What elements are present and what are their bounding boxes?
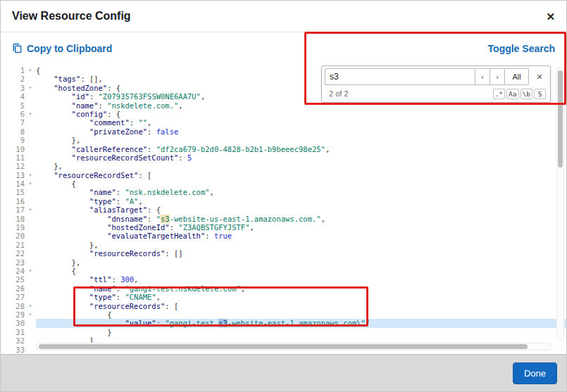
code-text: "type": "CNAME", bbox=[36, 293, 566, 301]
fold-spacer bbox=[25, 197, 36, 206]
search-input[interactable] bbox=[325, 68, 475, 85]
fold-spacer bbox=[25, 328, 36, 336]
json-editor[interactable]: 1▾{2 "tags": [],3▾ "hostedZone": {4 "id"… bbox=[1, 64, 566, 354]
fold-toggle-icon[interactable]: ▾ bbox=[25, 310, 36, 319]
modal-title: View Resource Config bbox=[12, 10, 131, 23]
line-number: 4 bbox=[6, 92, 25, 101]
fold-spacer bbox=[25, 188, 36, 196]
vertical-scrollbar-thumb[interactable] bbox=[558, 70, 563, 167]
fold-spacer bbox=[25, 232, 36, 240]
code-line: 19 "hostedZoneId": "Z3AQBSTGFYJSTF", bbox=[6, 223, 566, 232]
code-text: { bbox=[36, 267, 566, 275]
code-line: 30 "value": "gangi-test.s3-website-east-… bbox=[6, 319, 566, 327]
fold-spacer bbox=[25, 92, 36, 101]
code-text: "aliasTarget": { bbox=[36, 206, 566, 214]
search-options-row: 2 of 2 .*Aa\bS bbox=[325, 87, 547, 101]
line-number: 22 bbox=[6, 249, 25, 258]
code-line: 27 "type": "CNAME", bbox=[6, 293, 566, 301]
line-number: 24 bbox=[6, 267, 25, 275]
whole-word-toggle[interactable]: \b bbox=[521, 89, 532, 99]
code-text: "resourceRecordSet": [ bbox=[36, 171, 566, 179]
code-text: "resourceRecords": [] bbox=[36, 249, 566, 258]
line-number: 19 bbox=[6, 223, 25, 232]
code-lines: 1▾{2 "tags": [],3▾ "hostedZone": {4 "id"… bbox=[6, 66, 566, 354]
line-number: 18 bbox=[6, 215, 25, 223]
fold-toggle-icon[interactable]: ▾ bbox=[25, 179, 36, 188]
code-line: 7 "comment": "", bbox=[6, 118, 566, 127]
search-toggles: .*Aa\bS bbox=[493, 89, 546, 99]
view-resource-config-modal: View Resource Config ✕ Copy to Clipboard… bbox=[0, 0, 567, 392]
fold-spacer bbox=[25, 101, 36, 110]
done-button[interactable]: Done bbox=[513, 362, 557, 384]
code-text: "ttl": 300, bbox=[36, 275, 566, 284]
code-text: }, bbox=[36, 258, 566, 267]
search-in-selection-toggle[interactable]: S bbox=[534, 89, 546, 99]
fold-spacer bbox=[25, 258, 36, 267]
code-line: 9 }, bbox=[6, 136, 566, 144]
fold-toggle-icon[interactable]: ▾ bbox=[25, 267, 36, 275]
code-line: 24▾ { bbox=[6, 267, 566, 275]
close-icon[interactable]: ✕ bbox=[546, 11, 555, 22]
fold-spacer bbox=[25, 241, 36, 249]
fold-spacer bbox=[25, 346, 36, 354]
fold-spacer bbox=[25, 284, 36, 293]
code-line: 20 "evaluateTargetHealth": true bbox=[6, 232, 566, 240]
line-number: 15 bbox=[6, 188, 25, 196]
line-number: 20 bbox=[6, 232, 25, 240]
code-text: "name": "gangi-test.nskdelete.com", bbox=[36, 284, 566, 293]
regex-toggle[interactable]: .* bbox=[493, 89, 505, 99]
fold-spacer bbox=[25, 136, 36, 144]
code-line: 21 }, bbox=[6, 241, 566, 249]
toggle-search-link[interactable]: Toggle Search bbox=[488, 43, 555, 54]
line-number: 33 bbox=[6, 346, 25, 354]
code-line: 23 }, bbox=[6, 258, 566, 267]
search-prev-button[interactable]: ‹ bbox=[475, 68, 490, 85]
code-text: "resourceRecords": [ bbox=[36, 302, 566, 310]
code-line: 22 "resourceRecords": [] bbox=[6, 249, 566, 258]
code-line: 14▾ { bbox=[6, 179, 566, 188]
code-text: { bbox=[36, 310, 566, 319]
line-number: 10 bbox=[6, 145, 25, 153]
line-number: 17 bbox=[6, 206, 25, 214]
fold-spacer bbox=[25, 127, 36, 136]
code-line: 15 "name": "nsk.nskdelete.com", bbox=[6, 188, 566, 196]
code-text: "value": "gangi-test.s3-website-east-1.a… bbox=[36, 319, 566, 327]
code-line: 26 "name": "gangi-test.nskdelete.com", bbox=[6, 284, 566, 293]
code-line: 28▾ "resourceRecords": [ bbox=[6, 302, 566, 310]
code-text: { bbox=[36, 179, 566, 188]
fold-toggle-icon[interactable]: ▾ bbox=[25, 84, 36, 92]
search-next-button[interactable]: › bbox=[490, 68, 505, 85]
code-line: 13▾ "resourceRecordSet": [ bbox=[6, 171, 566, 179]
fold-spacer bbox=[25, 275, 36, 284]
horizontal-scrollbar[interactable] bbox=[36, 343, 552, 350]
search-panel: ‹ › All ✕ 2 of 2 .*Aa\bS bbox=[321, 65, 551, 103]
copy-to-clipboard-button[interactable]: Copy to Clipboard bbox=[12, 43, 112, 54]
horizontal-scrollbar-thumb[interactable] bbox=[39, 344, 528, 349]
fold-toggle-icon[interactable]: ▾ bbox=[25, 206, 36, 214]
search-close-icon[interactable]: ✕ bbox=[532, 68, 547, 85]
line-number: 7 bbox=[6, 118, 25, 127]
fold-toggle-icon[interactable]: ▾ bbox=[25, 171, 36, 179]
line-number: 23 bbox=[6, 258, 25, 267]
fold-toggle-icon[interactable]: ▾ bbox=[25, 302, 36, 310]
code-line: 18 "dnsname": "s3-website-us-east-1.amaz… bbox=[6, 215, 566, 223]
vertical-scrollbar[interactable] bbox=[556, 67, 564, 341]
line-number: 8 bbox=[6, 127, 25, 136]
match-case-toggle[interactable]: Aa bbox=[506, 89, 518, 99]
fold-spacer bbox=[25, 249, 36, 258]
search-all-button[interactable]: All bbox=[505, 68, 529, 85]
code-text: }, bbox=[36, 241, 566, 249]
fold-toggle-icon[interactable]: ▾ bbox=[25, 66, 36, 75]
line-number: 27 bbox=[6, 293, 25, 301]
search-match-counter: 2 of 2 bbox=[329, 89, 349, 98]
line-number: 29 bbox=[6, 310, 25, 319]
code-line: 16 "type": "A", bbox=[6, 197, 566, 206]
code-line: 25 "ttl": 300, bbox=[6, 275, 566, 284]
code-line: 29▾ { bbox=[6, 310, 566, 319]
fold-spacer bbox=[25, 293, 36, 301]
fold-spacer bbox=[25, 162, 36, 170]
code-text: }, bbox=[36, 162, 566, 170]
line-number: 21 bbox=[6, 241, 25, 249]
code-text: "resourceRecordSetCount": 5 bbox=[36, 153, 566, 162]
fold-toggle-icon[interactable]: ▾ bbox=[25, 110, 36, 118]
